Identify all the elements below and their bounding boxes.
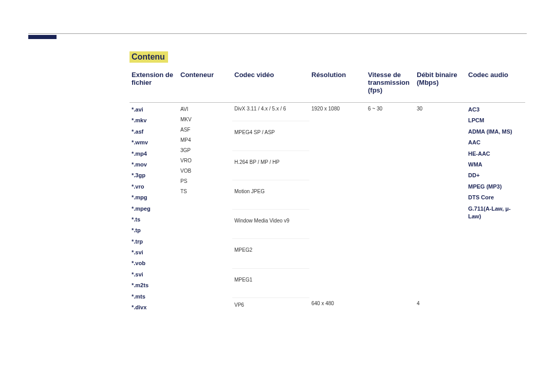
ac-value: ADMA (IMA, MS) bbox=[468, 128, 523, 136]
ext-value: *.trp bbox=[132, 238, 176, 246]
cont-value: VRO bbox=[180, 157, 230, 164]
codec-table: Extension de fichier Conteneur Codec vid… bbox=[130, 68, 525, 314]
cell-vc: Motion JPEG bbox=[232, 180, 309, 209]
ext-value: *.wmv bbox=[132, 139, 176, 146]
ext-value: *.tp bbox=[132, 227, 176, 234]
ext-value: *.mp4 bbox=[132, 150, 176, 158]
ac-value: MPEG (MP3) bbox=[468, 183, 523, 191]
ext-value: *.mpg bbox=[132, 194, 176, 201]
cont-value: ASF bbox=[180, 126, 230, 134]
ext-value: *.mts bbox=[132, 293, 176, 301]
ac-value: DD+ bbox=[468, 172, 523, 179]
col-ext: Extension de fichier bbox=[130, 68, 178, 103]
cell-res: 640 x 480 bbox=[309, 297, 366, 314]
col-res: Résolution bbox=[309, 68, 366, 103]
cell-vc: MPEG4 SP / ASP bbox=[232, 121, 309, 151]
ext-value: *.svi bbox=[132, 249, 176, 256]
ext-value: *.mkv bbox=[132, 117, 176, 124]
cont-value: MKV bbox=[180, 116, 230, 123]
col-fps: Vitesse de transmission (fps) bbox=[366, 68, 415, 103]
ext-value: *.ts bbox=[132, 216, 176, 223]
ac-value: AAC bbox=[468, 139, 523, 146]
ext-value: *.vob bbox=[132, 259, 176, 267]
ext-value: *.m2ts bbox=[132, 282, 176, 289]
ac-value: DTS Core bbox=[468, 194, 523, 201]
table-header-row: Extension de fichier Conteneur Codec vid… bbox=[130, 68, 525, 103]
ext-value: *.svi bbox=[132, 271, 176, 278]
header-accent-bar bbox=[28, 35, 57, 39]
cell-vc: DivX 3.11 / 4.x / 5.x / 6 bbox=[232, 103, 309, 121]
cont-value: VOB bbox=[180, 167, 230, 175]
cell-audio: AC3 LPCM ADMA (IMA, MS) AAC HE-AAC WMA D… bbox=[466, 103, 525, 315]
cell-extensions: *.avi *.mkv *.asf *.wmv *.mp4 *.mov *.3g… bbox=[130, 103, 178, 315]
cell-vc: VP6 bbox=[232, 297, 309, 314]
ext-value: *.avi bbox=[132, 106, 176, 114]
cell-mbps: 4 bbox=[415, 297, 466, 314]
col-ac: Codec audio bbox=[466, 68, 525, 103]
cont-value: AVI bbox=[180, 106, 230, 113]
col-cont: Conteneur bbox=[178, 68, 232, 103]
cont-value: MP4 bbox=[180, 137, 230, 144]
cell-res: 1920 x 1080 bbox=[309, 103, 366, 298]
ac-value: AC3 bbox=[468, 106, 523, 114]
cell-vc: Window Media Video v9 bbox=[232, 210, 309, 239]
cell-mbps: 30 bbox=[415, 103, 466, 298]
ext-value: *.mov bbox=[132, 161, 176, 169]
ac-value: G.711(A-Law, μ-Law) bbox=[468, 205, 523, 221]
ext-value: *.mpeg bbox=[132, 205, 176, 213]
ac-value: WMA bbox=[468, 161, 523, 169]
cont-value: PS bbox=[180, 178, 230, 185]
ext-value: *.3gp bbox=[132, 172, 176, 179]
cell-vc: MPEG2 bbox=[232, 239, 309, 268]
cell-vc: MPEG1 bbox=[232, 268, 309, 297]
ext-value: *.divx bbox=[132, 304, 176, 311]
ac-value: HE-AAC bbox=[468, 150, 523, 158]
table-row: *.avi *.mkv *.asf *.wmv *.mp4 *.mov *.3g… bbox=[130, 103, 525, 121]
col-mbps: Débit binaire (Mbps) bbox=[415, 68, 466, 103]
ac-value: LPCM bbox=[468, 117, 523, 124]
section-title: Contenu bbox=[130, 51, 168, 63]
header-rule bbox=[28, 33, 527, 34]
ext-value: *.vro bbox=[132, 183, 176, 191]
cell-vc: H.264 BP / MP / HP bbox=[232, 151, 309, 180]
col-vc: Codec vidéo bbox=[232, 68, 309, 103]
cont-value: 3GP bbox=[180, 147, 230, 154]
cell-fps: 6 ~ 30 bbox=[366, 103, 415, 315]
cont-value: TS bbox=[180, 188, 230, 195]
ext-value: *.asf bbox=[132, 128, 176, 136]
cell-containers: AVI MKV ASF MP4 3GP VRO VOB PS TS bbox=[178, 103, 232, 315]
